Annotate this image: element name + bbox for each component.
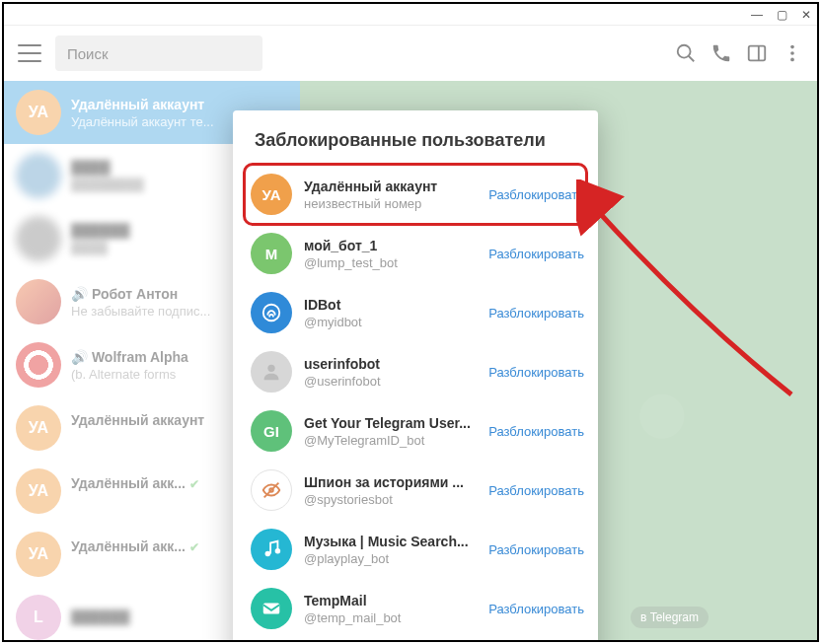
blocked-user-row: IDBot@myidbotРазблокировать [243,283,592,342]
unblock-button[interactable]: Разблокировать [488,306,584,321]
user-handle: @lump_test_bot [304,255,477,270]
svg-rect-13 [263,604,280,614]
unblock-button[interactable]: Разблокировать [488,483,584,498]
user-handle: @spystoriesbot [304,492,477,507]
window-maximize[interactable]: ▢ [777,9,787,21]
svg-line-1 [689,56,695,62]
avatar [251,469,292,511]
search-input[interactable]: Поиск [55,36,262,71]
blocked-user-row: userinfobot@userinfobotРазблокировать [243,342,592,401]
menu-icon[interactable] [18,44,41,62]
svg-point-8 [267,365,274,372]
blocked-user-row: TempMail@temp_mail_botРазблокировать [243,579,592,638]
user-name: TempMail [304,593,477,608]
user-name: IDBot [304,297,477,313]
svg-point-12 [275,548,281,554]
unblock-button[interactable]: Разблокировать [488,187,584,202]
avatar [251,292,292,333]
window-minimize[interactable]: — [751,9,763,21]
svg-point-4 [790,45,794,49]
avatar: М [251,233,292,274]
svg-rect-2 [749,46,766,61]
user-handle: @temp_mail_bot [304,610,477,625]
call-icon[interactable] [710,42,732,64]
avatar: GI [251,410,292,452]
search-icon[interactable] [675,42,697,64]
avatar: УА [251,174,292,215]
user-handle: @playplay_bot [304,551,477,566]
svg-point-6 [790,58,794,62]
blocked-user-row: Ммой_бот_1@lump_test_botРазблокировать [243,224,592,283]
blocked-user-row: УАУдалённый аккаунтнеизвестный номерРазб… [243,165,592,224]
svg-point-5 [790,51,794,55]
blocked-users-modal: Заблокированные пользователи УАУдалённый… [233,110,598,640]
svg-point-7 [263,305,280,322]
user-handle: неизвестный номер [304,196,477,211]
blocked-user-row: Шпион за историями ...@spystoriesbotРазб… [243,461,592,520]
user-name: Музыка | Music Search... [304,534,477,549]
avatar [251,351,292,393]
avatar [251,529,292,570]
topbar: Поиск [4,26,817,81]
svg-point-0 [678,45,691,58]
unblock-button[interactable]: Разблокировать [488,365,584,380]
more-icon[interactable] [782,42,803,64]
user-name: Шпион за историями ... [304,474,477,490]
user-name: Удалённый аккаунт [304,179,477,194]
sidepanel-icon[interactable] [746,42,768,64]
unblock-button[interactable]: Разблокировать [488,424,584,439]
blocked-user-row: GIGet Your Telegram User...@MyTelegramID… [243,401,592,461]
blocked-user-row: Музыка | Music Search...@playplay_botРаз… [243,520,592,579]
avatar [251,588,292,629]
blocked-users-list: УАУдалённый аккаунтнеизвестный номерРазб… [233,165,598,640]
user-handle: @myidbot [304,315,477,329]
unblock-button[interactable]: Разблокировать [488,542,584,557]
window-close[interactable]: ✕ [801,9,811,21]
user-name: userinfobot [304,356,477,372]
unblock-button[interactable]: Разблокировать [488,602,584,616]
user-handle: @userinfobot [304,374,477,389]
user-name: Get Your Telegram User... [304,415,477,431]
modal-title: Заблокированные пользователи [233,110,598,165]
user-handle: @MyTelegramID_bot [304,433,477,448]
unblock-button[interactable]: Разблокировать [488,247,584,261]
user-name: мой_бот_1 [304,238,477,253]
